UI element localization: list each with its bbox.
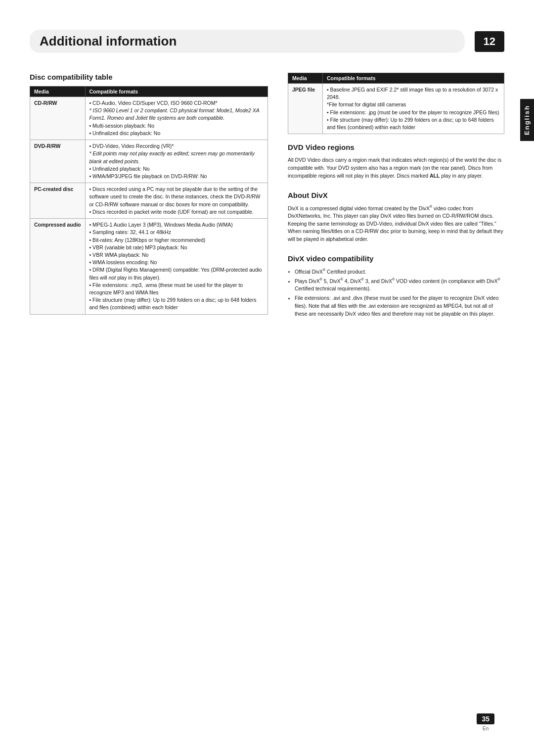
disc-compat-title: Disc compatibility table: [30, 73, 268, 81]
right-column: Media Compatible formats JPEG file • Bas…: [288, 73, 504, 329]
col-header-formats-r: Compatible formats: [322, 73, 504, 84]
col-header-media: Media: [30, 87, 86, 97]
table-row: PC-cre­ated disc • Discs recorded using …: [30, 183, 268, 219]
media-label: Com­pressed audio: [30, 219, 86, 315]
page-title: Additional information: [40, 34, 177, 49]
media-label: CD-R/RW: [30, 97, 86, 140]
list-item: Plays DivX® 5, DivX® 4, DivX® 3, and Div…: [295, 277, 504, 293]
about-divx-body: DivX is a compressed digital video forma…: [288, 204, 504, 243]
jpeg-compat-table: Media Compatible formats JPEG file • Bas…: [288, 73, 504, 134]
list-item: File extensions: .avi and .divx (these m…: [295, 294, 504, 318]
media-formats: • MPEG-1 Audio Layer 3 (MP3), Windows Me…: [85, 219, 267, 315]
media-formats: • CD-Audio, Video CD/Super VCD, ISO 9660…: [85, 97, 267, 140]
chapter-number: 12: [475, 31, 504, 52]
media-label: DVD-R/RW: [30, 140, 86, 183]
dvd-regions-title: DVD Video regions: [288, 143, 504, 151]
media-label: JPEG file: [288, 84, 322, 134]
about-divx-title: About DivX: [288, 191, 504, 199]
table-row: DVD-R/RW • DVD-Video, Video Recording (V…: [30, 140, 268, 183]
table-row: CD-R/RW • CD-Audio, Video CD/Super VCD, …: [30, 97, 268, 140]
dvd-regions-section: DVD Video regions All DVD Video discs ca…: [288, 143, 504, 180]
footer-page-number: 35: [477, 713, 494, 724]
dvd-regions-body: All DVD Video discs carry a region mark …: [288, 156, 504, 180]
table-row: JPEG file • Baseline JPEG and EXIF 2.2* …: [288, 84, 504, 134]
media-formats: • Baseline JPEG and EXIF 2.2* still imag…: [322, 84, 504, 134]
page: Additional information 12 Disc compatibi…: [0, 0, 534, 756]
list-item: Official DivX® Certified product.: [295, 268, 504, 276]
title-bar: Additional information: [30, 30, 465, 53]
media-formats: • DVD-Video, Video Recording (VR)* * Edi…: [85, 140, 267, 183]
col-header-media-r: Media: [288, 73, 322, 84]
divx-compat-section: DivX video compatibility Official DivX® …: [288, 254, 504, 318]
about-divx-section: About DivX DivX is a compressed digital …: [288, 191, 504, 243]
content-area: Disc compatibility table Media Compatibl…: [30, 73, 504, 329]
col-header-formats: Compatible formats: [85, 87, 267, 97]
left-column: Disc compatibility table Media Compatibl…: [30, 73, 268, 329]
language-sidebar: English: [520, 99, 534, 141]
page-footer: 35 En: [477, 713, 494, 731]
page-header: Additional information 12: [30, 30, 504, 53]
divx-compat-title: DivX video compatibility: [288, 254, 504, 263]
table-row: Com­pressed audio • MPEG-1 Audio Layer 3…: [30, 219, 268, 315]
media-label: PC-cre­ated disc: [30, 183, 86, 219]
media-formats: • Discs recorded using a PC may not be p…: [85, 183, 267, 219]
divx-compat-list: Official DivX® Certified product. Plays …: [295, 268, 504, 318]
footer-lang: En: [483, 726, 489, 731]
disc-compat-table: Media Compatible formats CD-R/RW • CD-Au…: [30, 86, 268, 315]
